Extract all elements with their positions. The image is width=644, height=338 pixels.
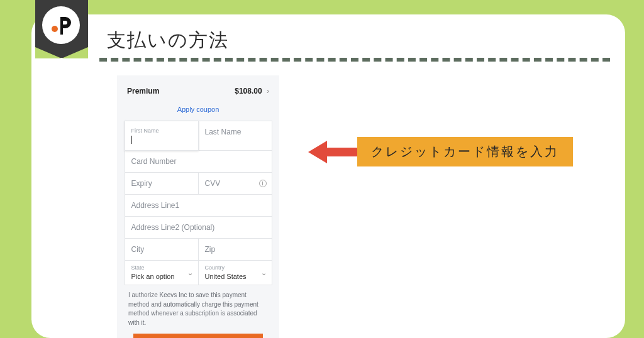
expiry-field[interactable]: Expiry — [125, 172, 199, 195]
brand-logo — [42, 6, 80, 44]
plan-summary-row[interactable]: Premium $108.00 › — [125, 84, 272, 102]
state-select[interactable]: State Pick an option ⌄ — [125, 260, 199, 285]
chevron-right-icon: › — [267, 87, 269, 95]
plan-name: Premium — [127, 87, 159, 95]
address2-field[interactable]: Address Line2 (Optional) — [125, 216, 272, 239]
first-name-label: First Name — [131, 128, 192, 134]
country-label: Country — [205, 264, 267, 271]
apply-coupon-link[interactable]: Apply coupon — [125, 102, 272, 121]
page-title: 支払いの方法 — [107, 28, 229, 53]
cvv-placeholder: CVV — [205, 179, 221, 188]
svg-point-0 — [52, 26, 58, 32]
plan-price-wrap: $108.00 › — [235, 87, 269, 95]
country-value: United States — [205, 273, 247, 280]
zip-field[interactable]: Zip — [198, 238, 272, 261]
info-icon[interactable]: i — [259, 180, 267, 187]
pay-subscribe-button[interactable]: Pay $108.00 & subscribe — [133, 334, 263, 338]
state-value: Pick an option — [131, 273, 175, 280]
chevron-down-icon: ⌄ — [187, 268, 193, 276]
card-number-field[interactable]: Card Number — [125, 150, 272, 173]
callout-label: クレジットカード情報を入力 — [357, 137, 573, 166]
state-label: State — [131, 264, 193, 271]
text-caret-icon — [131, 136, 132, 144]
payment-form: First Name Last Name Card Number Expiry … — [125, 121, 272, 285]
checkout-panel: Premium $108.00 › Apply coupon First Nam… — [117, 75, 279, 338]
city-field[interactable]: City — [125, 238, 199, 261]
country-select[interactable]: Country United States ⌄ — [198, 260, 272, 285]
logo-icon — [48, 12, 74, 38]
chevron-down-icon: ⌄ — [261, 268, 267, 276]
first-name-field[interactable]: First Name — [125, 121, 199, 151]
divider — [99, 58, 610, 62]
arrow-left-icon — [308, 141, 327, 163]
cvv-field[interactable]: CVV i — [198, 172, 272, 195]
last-name-field[interactable]: Last Name — [198, 121, 272, 151]
authorize-text: I authorize Keevs Inc to save this payme… — [125, 285, 272, 334]
plan-price: $108.00 — [235, 87, 262, 95]
arrow-stem — [327, 148, 358, 156]
address1-field[interactable]: Address Line1 — [125, 194, 272, 217]
callout-arrow: クレジットカード情報を入力 — [308, 137, 573, 166]
